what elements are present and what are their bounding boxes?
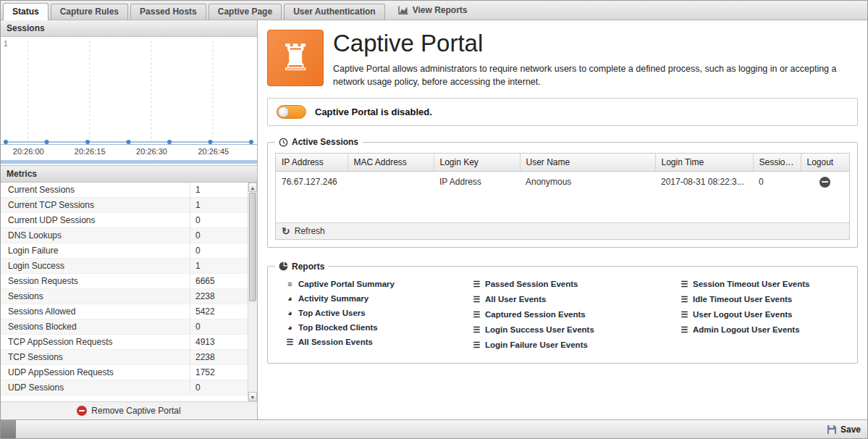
sidebar: Sessions 1 20:26:0020:26:1520:26:3020:26… — [1, 20, 258, 419]
metrics-scrollbar[interactable]: ▲ ▼ — [248, 183, 257, 401]
metric-label: Session Requests — [1, 274, 190, 288]
active-sessions-fieldset: Active Sessions IP AddressMAC AddressLog… — [267, 137, 858, 247]
metric-row: UDP Sessions0 — [1, 380, 248, 396]
column-header-login-time[interactable]: Login Time — [655, 154, 753, 172]
report-link[interactable]: ◕Top Active Users — [285, 309, 472, 317]
report-link-label: All Session Events — [298, 338, 373, 346]
sidebar-collapse-button[interactable] — [1, 420, 16, 438]
report-link-label: Passed Session Events — [485, 280, 578, 288]
metric-row: UDP AppSession Requests1752 — [1, 365, 248, 380]
main-content: ♜ Captive Portal Captive Portal allows a… — [258, 20, 867, 419]
metric-value: 4913 — [190, 335, 248, 349]
session-cell: Anonymous — [520, 172, 655, 192]
report-link[interactable]: ☰Admin Logout User Events — [680, 325, 848, 335]
sessions-header-row: IP AddressMAC AddressLogin KeyUser NameL… — [276, 154, 849, 172]
metric-value: 0 — [190, 243, 248, 258]
chart-x-label: 20:26:45 — [198, 147, 229, 156]
metric-row: TCP Sessions2238 — [1, 350, 248, 365]
report-link-label: Admin Logout User Events — [693, 325, 800, 334]
column-header-logout[interactable]: Logout — [801, 154, 849, 172]
tab-capture-rules[interactable]: Capture Rules — [51, 4, 128, 20]
tab-captive-page[interactable]: Captive Page — [208, 4, 282, 20]
session-cell: 0 — [753, 172, 801, 192]
list-icon: ☰ — [472, 340, 481, 350]
column-header-login-key[interactable]: Login Key — [434, 154, 520, 172]
report-link[interactable]: ☰Idle Timeout User Events — [680, 295, 848, 304]
report-link[interactable]: ◕Activity Summary — [285, 294, 472, 303]
metric-value: 6665 — [190, 274, 248, 288]
column-header-session[interactable]: Session ... — [753, 154, 801, 172]
report-link[interactable]: ☰All User Events — [472, 295, 680, 304]
list-icon: ☰ — [680, 280, 689, 289]
metric-value: 0 — [190, 319, 248, 334]
tab-status[interactable]: Status — [3, 3, 49, 20]
metric-value: 2238 — [190, 350, 248, 364]
report-link[interactable]: ☰Session Timeout User Events — [680, 280, 848, 289]
metric-row: Login Success1 — [1, 259, 248, 274]
chart-x-labels: 20:26:0020:26:1520:26:3020:26:45 — [1, 145, 257, 158]
report-link[interactable]: ☰Login Failure User Events — [472, 340, 680, 350]
metric-row: TCP AppSession Requests4913 — [1, 335, 248, 350]
metric-row: Sessions Blocked0 — [1, 319, 248, 335]
scroll-up-arrow-icon[interactable]: ▲ — [248, 183, 257, 192]
sessions-chart-plot — [1, 38, 256, 144]
page-title: Captive Portal — [333, 30, 843, 57]
report-link[interactable]: ☰Captured Session Events — [472, 310, 680, 319]
metric-value: 1 — [190, 198, 248, 212]
metric-row: DNS Lookups0 — [1, 228, 248, 243]
report-link[interactable]: ☰User Logout User Events — [680, 310, 848, 319]
chart-x-label: 20:26:30 — [136, 147, 167, 156]
scroll-down-arrow-icon[interactable]: ▼ — [248, 392, 257, 401]
column-header-user-name[interactable]: User Name — [520, 154, 655, 172]
report-link[interactable]: ☰Passed Session Events — [472, 280, 680, 289]
session-cell: IP Address — [434, 172, 520, 192]
report-link-label: Idle Timeout User Events — [693, 295, 792, 304]
report-column: ☰Session Timeout User Events☰Idle Timeou… — [680, 280, 848, 356]
metric-label: TCP AppSession Requests — [1, 335, 190, 349]
logout-icon[interactable] — [819, 177, 830, 188]
reports-title: Reports — [292, 262, 324, 272]
tabs: StatusCapture RulesPassed HostsCaptive P… — [3, 3, 387, 20]
active-sessions-legend: Active Sessions — [275, 137, 362, 147]
chart-x-label: 20:26:00 — [13, 147, 44, 156]
session-row: 76.67.127.246IP AddressAnonymous2017-08-… — [276, 172, 849, 192]
view-reports-button[interactable]: View Reports — [391, 2, 475, 18]
save-button[interactable]: Save — [827, 425, 861, 435]
metric-label: Login Success — [1, 259, 190, 273]
session-cell — [347, 172, 434, 192]
report-link[interactable]: ◕Top Blocked Clients — [285, 323, 472, 332]
report-link[interactable]: ≡Captive Portal Summary — [285, 280, 472, 288]
column-header-mac-address[interactable]: MAC Address — [347, 154, 434, 172]
report-link[interactable]: ☰All Session Events — [285, 338, 472, 347]
column-header-ip-address[interactable]: IP Address — [276, 154, 347, 172]
scrollbar-thumb[interactable] — [249, 193, 256, 301]
metric-row: Sessions Allowed5422 — [1, 304, 248, 319]
report-column: ☰Passed Session Events☰All User Events☰C… — [472, 280, 680, 356]
remove-captive-portal-button[interactable]: Remove Captive Portal — [1, 401, 257, 419]
metric-label: UDP Sessions — [1, 380, 190, 395]
tab-user-authentication[interactable]: User Authentication — [284, 4, 385, 20]
save-disk-icon — [827, 425, 837, 435]
refresh-button[interactable]: ↻ Refresh — [282, 226, 325, 236]
metric-value: 1 — [190, 259, 248, 273]
metric-label: DNS Lookups — [1, 228, 190, 243]
report-link[interactable]: ☰Login Success User Events — [472, 325, 680, 335]
bottom-toolbar: Save — [1, 419, 867, 438]
sessions-chart-plot-area: 1 — [1, 38, 257, 145]
metric-row: Current TCP Sessions1 — [1, 198, 248, 213]
enable-toggle[interactable] — [277, 105, 306, 119]
metric-label: Sessions Allowed — [1, 304, 190, 319]
active-sessions-title: Active Sessions — [292, 137, 358, 147]
pie-icon: ◕ — [285, 309, 295, 317]
chart-navigator-strip — [1, 160, 257, 164]
metric-label: Sessions — [1, 289, 190, 304]
empty-grid-space — [276, 192, 849, 222]
tab-passed-hosts[interactable]: Passed Hosts — [130, 4, 206, 20]
captive-portal-app-window: StatusCapture RulesPassed HostsCaptive P… — [0, 0, 868, 439]
report-link-label: Captive Portal Summary — [298, 280, 395, 288]
reports-columns: ≡Captive Portal Summary◕Activity Summary… — [275, 275, 850, 356]
pie-icon: ◕ — [285, 323, 295, 332]
castle-icon: ♜ — [279, 40, 312, 76]
report-link-label: Session Timeout User Events — [693, 280, 809, 288]
pie-chart-icon — [279, 262, 288, 271]
